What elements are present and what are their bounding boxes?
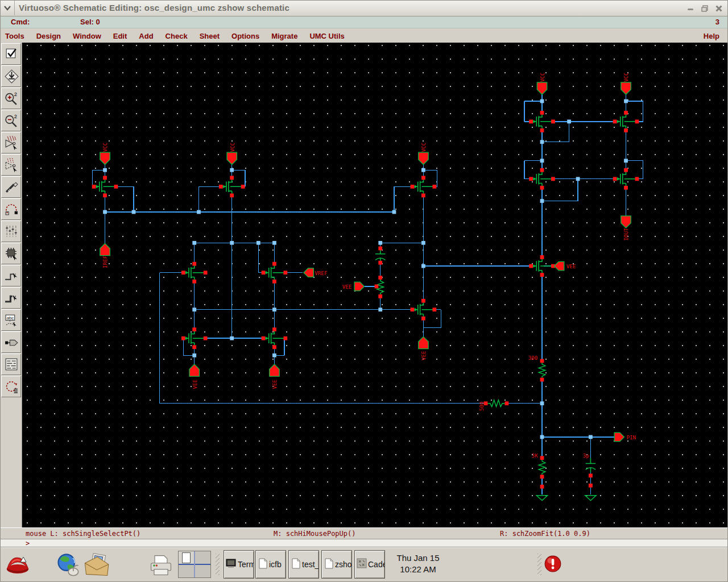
pin-pin[interactable] [614,433,624,442]
pin-iout[interactable] [621,216,631,228]
menu-umc-utils[interactable]: UMC Utils [309,32,344,40]
net-label[interactable]: VCC [420,143,427,152]
maximize-button[interactable] [699,3,710,14]
save-button[interactable] [1,65,21,87]
pin-vcc[interactable] [419,152,428,164]
taskbar-window-zshow[interactable]: zshow [321,550,352,579]
net-label[interactable]: PIN [626,434,636,440]
zoom-in-2x-button[interactable]: 2 [1,88,21,109]
instance-button[interactable] [1,243,21,264]
wire-wide-button[interactable] [1,287,21,309]
resistor[interactable] [539,363,545,378]
net-label[interactable]: VEE [566,263,576,269]
mosfet[interactable] [181,327,208,349]
taskbar-window-test_c[interactable]: test_c [288,550,319,579]
cli-prompt[interactable]: > [1,539,727,548]
zoom-out-2x-button[interactable]: 2 [1,110,21,131]
check-save-button[interactable] [1,43,21,65]
capacitor[interactable] [586,458,595,472]
net-label[interactable]: VCC [229,143,235,152]
email-launcher[interactable] [82,552,110,580]
net-label[interactable]: VCC [539,72,545,82]
workspace-4[interactable] [195,565,210,577]
taskbar-handle[interactable] [216,554,220,575]
net-label[interactable]: IREF [102,256,108,268]
resistor[interactable] [487,400,505,407]
wire-name-button[interactable]: abc [1,309,21,331]
mosfet[interactable] [181,262,208,284]
cmd-options-button[interactable] [1,354,21,375]
workspace-1[interactable] [179,551,194,564]
repeat-button[interactable] [1,376,21,397]
net-label[interactable]: VEE [192,380,198,389]
menu-window[interactable]: Window [73,32,101,40]
mosfet[interactable] [219,176,245,197]
taskbar-window-cade[interactable]: Cade [354,550,385,579]
ground-symbol[interactable] [585,496,596,501]
menu-design[interactable]: Design [36,32,61,40]
pin-vee[interactable] [354,282,364,291]
net-label[interactable]: VEE [342,284,352,290]
net-label[interactable]: 300 [528,355,538,361]
pin-vcc[interactable] [537,82,547,94]
menu-help[interactable]: Help [704,32,719,40]
pin-vcc[interactable] [227,152,237,164]
web-browser-launcher[interactable] [55,552,80,580]
net-label[interactable]: 3p [583,452,589,459]
net-label[interactable]: VEE [271,380,278,389]
window-menu-button[interactable] [1,1,15,15]
net-label[interactable]: IOUT [623,228,629,241]
pin-vee[interactable] [189,364,199,376]
red-hat-menu-launcher[interactable] [4,552,31,580]
pin-vcc[interactable] [100,152,110,164]
net-label[interactable]: VREF [315,270,327,276]
menu-sheet[interactable]: Sheet [200,32,220,40]
menu-check[interactable]: Check [166,32,188,40]
menu-tools[interactable]: Tools [5,32,24,40]
net-label[interactable]: VEE [420,351,427,360]
schematic-canvas[interactable]: VCCVCCVCCVCCVCCIOUTIREFVEEVEEVEEVREFVEEV… [22,43,727,528]
pin-vee[interactable] [554,261,564,271]
taskbar-handle[interactable] [537,554,541,575]
copy-button[interactable] [1,154,21,176]
menu-migrate[interactable]: Migrate [271,32,297,40]
minimize-button[interactable] [685,3,696,14]
mosfet[interactable] [529,111,555,132]
pin-iref[interactable] [100,243,110,255]
pin-vcc[interactable] [621,82,631,94]
taskbar-window-term[interactable]: Term [224,550,254,579]
net-label[interactable]: 3K [532,452,539,459]
mosfet[interactable] [613,168,639,190]
wire-narrow-button[interactable] [1,265,21,286]
pin-button[interactable] [1,331,21,353]
pin-vref[interactable] [304,268,313,277]
menu-options[interactable]: Options [231,32,259,40]
stretch-button[interactable] [1,132,21,153]
printer-launcher[interactable] [147,552,175,580]
mosfet[interactable] [92,176,118,197]
wires[interactable] [92,94,643,494]
property-button[interactable] [1,221,21,242]
mosfet[interactable] [262,327,288,349]
titlebar[interactable]: Virtuoso® Schematic Editing: osc_design_… [1,1,727,16]
workspace-3[interactable] [179,565,194,577]
mosfet[interactable] [411,176,437,197]
ground-symbol[interactable] [536,496,547,501]
delete-button[interactable] [1,176,21,198]
mosfet[interactable] [613,111,639,132]
workspace-switcher[interactable] [178,551,211,578]
mosfet[interactable] [529,168,555,190]
net-label[interactable]: VCC [623,72,629,82]
mosfet[interactable] [262,262,288,284]
capacitor[interactable] [375,248,385,263]
net-label[interactable]: 500 [478,402,485,411]
mosfet[interactable] [529,255,555,277]
undo-button[interactable] [1,198,21,220]
menu-add[interactable]: Add [139,32,153,40]
taskbar-window-icfb[interactable]: icfb [255,550,286,579]
workspace-2[interactable] [195,551,210,564]
pin-vee[interactable] [270,364,279,376]
pin-vee[interactable] [419,336,428,348]
mosfet[interactable] [411,299,437,321]
net-label[interactable]: VCC [102,143,108,152]
